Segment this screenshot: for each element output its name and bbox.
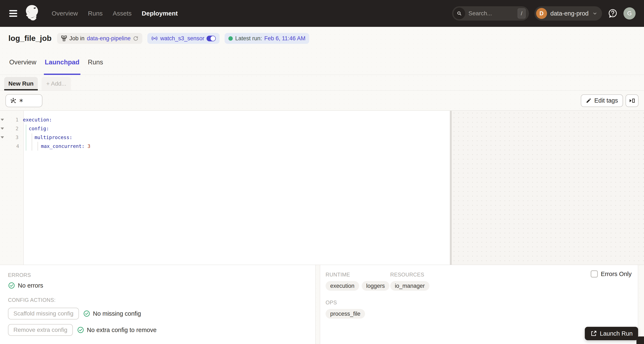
op-selector-input[interactable]: * [6, 94, 42, 107]
check-circle-icon [77, 326, 84, 334]
sensor-icon [151, 35, 158, 41]
errors-section: ERRORS No errors CONFIG ACTIONS: Scaffol… [0, 265, 315, 344]
launchpad-main: 1 execution: 2 config: 3 multiprocess: 4… [0, 111, 644, 265]
reload-icon[interactable] [133, 36, 138, 41]
scaffold-row: Scaffold missing config No missing confi… [8, 308, 315, 320]
session-tab-new-run[interactable]: New Run [4, 77, 38, 90]
remove-extra-config-button[interactable]: Remove extra config [8, 324, 73, 336]
errors-only-label: Errors Only [601, 271, 632, 278]
search-icon [454, 7, 465, 19]
dagster-launchpad-page: { "topnav": { "menu": [ {"label": "Overv… [0, 0, 644, 344]
partial-corner-element [636, 337, 644, 344]
tab-launchpad[interactable]: Launchpad [44, 50, 80, 75]
toggle-right-panel-button[interactable] [626, 94, 638, 107]
config-editor[interactable]: 1 execution: 2 config: 3 multiprocess: 4… [0, 111, 450, 265]
job-badge-prefix: Job in [70, 35, 84, 42]
edit-tags-button[interactable]: Edit tags [581, 94, 623, 107]
runtime-heading: RUNTIME [326, 272, 390, 278]
bottom-panel: ERRORS No errors CONFIG ACTIONS: Scaffol… [0, 265, 644, 344]
sensor-link[interactable]: watch_s3_sensor [160, 35, 204, 42]
sensor-toggle[interactable] [206, 36, 216, 41]
errors-only-control: Errors Only [591, 270, 632, 278]
tab-runs[interactable]: Runs [87, 50, 104, 75]
nav-item-runs[interactable]: Runs [87, 10, 104, 17]
workspace-name: data-eng-prod [550, 10, 588, 17]
errors-status-row: No errors [8, 282, 315, 289]
help-icon[interactable] [608, 8, 618, 19]
tab-overview[interactable]: Overview [8, 50, 37, 75]
nav-right: / D data-eng-prod G [452, 6, 636, 20]
chevron-down-icon [592, 10, 598, 16]
session-tab-add[interactable]: + Add... [42, 77, 71, 90]
yaml-key: max_concurrent: [24, 143, 88, 149]
config-schema-panel [452, 111, 644, 265]
run-status-dot [228, 36, 233, 41]
fold-arrow-icon[interactable] [0, 136, 5, 139]
scaffold-missing-config-button[interactable]: Scaffold missing config [8, 308, 79, 320]
scaffold-status-text: No missing config [93, 310, 141, 317]
ops-chip-process-file[interactable]: process_file [326, 309, 365, 319]
nav-links: Overview Runs Assets Deployment [50, 10, 179, 17]
top-nav: Overview Runs Assets Deployment / D data… [0, 0, 644, 27]
job-graph-icon [61, 35, 67, 41]
edit-tags-label: Edit tags [594, 97, 618, 104]
op-selector-icon [10, 97, 17, 104]
yaml-key: execution: [23, 117, 52, 122]
line-number: 4 [6, 143, 22, 149]
latest-run-badge: Latest run: Feb 6, 11:46 AM [224, 33, 309, 44]
pencil-icon [586, 98, 592, 103]
line-number: 1 [5, 117, 21, 122]
nav-item-deployment[interactable]: Deployment [140, 10, 179, 17]
errors-status-text: No errors [18, 282, 43, 289]
line-number: 2 [5, 126, 21, 131]
job-tabs: Overview Launchpad Runs [0, 50, 644, 75]
bottom-panel-splitter[interactable] [315, 265, 320, 344]
code-line: 2 config: [0, 124, 450, 133]
nav-item-overview[interactable]: Overview [50, 10, 79, 17]
latest-run-prefix: Latest run: [235, 35, 262, 42]
dagster-logo [24, 3, 41, 23]
workspace-avatar: D [536, 8, 547, 19]
fold-arrow-icon[interactable] [0, 127, 5, 130]
runtime-chip-execution[interactable]: execution [326, 281, 359, 291]
launchpad-session-tabs: New Run + Add... [0, 75, 644, 91]
remove-extra-row: Remove extra config No extra config to r… [8, 324, 315, 336]
yaml-value: 3 [88, 143, 90, 149]
user-avatar[interactable]: G [624, 7, 636, 19]
job-badge: Job in data-eng-pipeline [57, 33, 142, 44]
right-edge-gutter [638, 265, 644, 344]
search-input[interactable] [468, 10, 515, 17]
expand-panel-icon [629, 98, 635, 104]
resources-chip-io-manager[interactable]: io_manager [390, 281, 430, 291]
check-circle-icon [8, 282, 15, 289]
errors-only-checkbox[interactable] [591, 270, 598, 278]
ops-heading: OPS [326, 300, 390, 306]
page-title: log_file_job [8, 34, 52, 43]
remove-status-text: No extra config to remove [87, 327, 156, 334]
launchpad-toolbar: * Edit tags [0, 91, 644, 110]
page-header: log_file_job Job in data-eng-pipeline wa… [0, 27, 644, 50]
fold-arrow-icon[interactable] [0, 118, 5, 121]
editor-panel-splitter[interactable] [450, 111, 452, 265]
sensor-badge: watch_s3_sensor [147, 33, 220, 44]
search-shortcut-key: / [518, 8, 526, 18]
code-line: 3 multiprocess: [0, 133, 450, 142]
code-rows: 1 execution: 2 config: 3 multiprocess: 4… [0, 111, 450, 151]
launch-icon [590, 330, 597, 337]
launch-run-label: Launch Run [600, 330, 633, 337]
check-circle-icon [83, 310, 90, 317]
nav-item-assets[interactable]: Assets [112, 10, 133, 17]
search-box[interactable]: / [452, 6, 529, 20]
yaml-key: config: [23, 126, 49, 131]
code-line: 4 max_concurrent: 3 [0, 142, 450, 151]
menu-hamburger-icon[interactable] [8, 9, 18, 18]
runtime-chip-loggers[interactable]: loggers [362, 281, 390, 291]
resources-heading: RESOURCES [390, 272, 430, 278]
workspace-switcher[interactable]: D data-eng-prod [534, 6, 602, 20]
code-line: 1 execution: [0, 115, 450, 124]
latest-run-link[interactable]: Feb 6, 11:46 AM [264, 35, 306, 42]
op-selector-value: * [19, 98, 24, 105]
config-actions-heading: CONFIG ACTIONS: [8, 297, 315, 303]
launch-run-button[interactable]: Launch Run [585, 327, 638, 340]
repo-link[interactable]: data-eng-pipeline [87, 35, 131, 42]
